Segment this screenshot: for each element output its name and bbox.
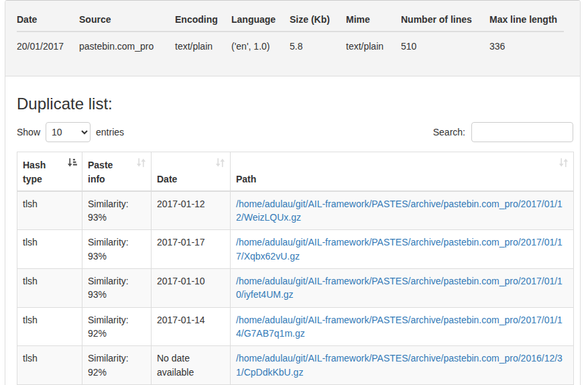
paste-path-link[interactable]: /home/adulau/git/AIL-framework/PASTES/ar… (236, 199, 563, 223)
column-header-paste-info[interactable]: Paste info (82, 152, 152, 191)
column-label: Path (236, 174, 256, 184)
table-row: tlsh Similarity: 93% 2017-01-12 /home/ad… (17, 191, 574, 230)
paste-path-link[interactable]: /home/adulau/git/AIL-framework/PASTES/ar… (236, 315, 563, 339)
meta-value-encoding: text/plain (175, 32, 231, 52)
cell-hash-type: tlsh (17, 191, 82, 230)
table-row: tlsh Similarity: 92% 2017-01-14 /home/ad… (17, 307, 574, 346)
meta-header-mime: Mime (346, 14, 401, 32)
meta-value-maxlen: 336 (489, 32, 564, 52)
paste-path-link[interactable]: /home/adulau/git/AIL-framework/PASTES/ar… (236, 237, 563, 261)
cell-hash-type: tlsh (17, 230, 82, 269)
meta-header-lines: Number of lines (401, 14, 489, 32)
column-header-date[interactable]: Date (152, 152, 231, 191)
paste-details-panel: Date Source Encoding Language Size (Kb) … (5, 0, 581, 385)
sort-both-icon (136, 158, 146, 168)
meta-value-size: 5.8 (290, 32, 346, 52)
cell-path: /home/adulau/git/AIL-framework/PASTES/ar… (231, 346, 574, 385)
column-header-hash-type[interactable]: Hash type (17, 152, 82, 191)
cell-path: /home/adulau/git/AIL-framework/PASTES/ar… (231, 307, 574, 346)
meta-header-date: Date (17, 14, 79, 32)
datatable-controls: Show 10 entries Search: (17, 122, 573, 142)
cell-date: 2017-01-17 (152, 230, 231, 269)
meta-value-row: 20/01/2017 pastebin.com_pro text/plain (… (17, 32, 564, 52)
sort-both-icon (558, 158, 569, 168)
search-input[interactable] (471, 122, 573, 142)
meta-header-maxlen: Max line length (489, 14, 564, 32)
cell-paste-info: Similarity: 93% (82, 191, 152, 230)
paste-path-link[interactable]: /home/adulau/git/AIL-framework/PASTES/ar… (236, 353, 563, 377)
cell-date: No date available (152, 346, 231, 385)
meta-value-lines: 510 (401, 32, 489, 52)
column-header-path[interactable]: Path (231, 152, 574, 191)
page-length-control: Show 10 entries (17, 122, 124, 142)
page-length-select[interactable]: 10 (46, 122, 91, 142)
cell-path: /home/adulau/git/AIL-framework/PASTES/ar… (231, 230, 574, 269)
meta-value-language: ('en', 1.0) (231, 32, 290, 52)
show-label: Show (17, 127, 40, 138)
duplicate-table: Hash type Paste info (17, 152, 574, 385)
cell-paste-info: Similarity: 92% (82, 346, 152, 385)
column-label: Paste info (88, 160, 113, 184)
cell-hash-type: tlsh (17, 269, 82, 308)
column-label: Hash type (23, 160, 46, 184)
meta-header-row: Date Source Encoding Language Size (Kb) … (17, 14, 564, 32)
duplicate-table-header-row: Hash type Paste info (17, 152, 574, 191)
cell-paste-info: Similarity: 93% (82, 269, 152, 308)
paste-metadata-section: Date Source Encoding Language Size (Kb) … (5, 1, 580, 76)
duplicate-list-title: Duplicate list: (17, 95, 569, 113)
paste-path-link[interactable]: /home/adulau/git/AIL-framework/PASTES/ar… (236, 276, 563, 300)
sort-amount-icon (67, 158, 77, 168)
cell-date: 2017-01-10 (152, 269, 231, 308)
meta-value-source: pastebin.com_pro (79, 32, 175, 52)
cell-paste-info: Similarity: 93% (82, 230, 152, 269)
cell-date: 2017-01-14 (152, 307, 231, 346)
cell-hash-type: tlsh (17, 307, 82, 346)
search-control: Search: (433, 122, 573, 142)
meta-header-source: Source (79, 14, 175, 32)
paste-metadata-table: Date Source Encoding Language Size (Kb) … (17, 14, 564, 52)
table-row: tlsh Similarity: 92% No date available /… (17, 346, 574, 385)
duplicate-list-section: Duplicate list: Show 10 entries Search: (5, 95, 580, 385)
search-label: Search: (433, 127, 465, 138)
cell-path: /home/adulau/git/AIL-framework/PASTES/ar… (231, 191, 574, 230)
cell-path: /home/adulau/git/AIL-framework/PASTES/ar… (231, 269, 574, 308)
meta-header-language: Language (231, 14, 290, 32)
table-row: tlsh Similarity: 93% 2017-01-17 /home/ad… (17, 230, 574, 269)
sort-both-icon (215, 158, 225, 168)
column-label: Date (157, 174, 177, 184)
meta-value-mime: text/plain (346, 32, 401, 52)
meta-header-size: Size (Kb) (290, 14, 346, 32)
table-row: tlsh Similarity: 93% 2017-01-10 /home/ad… (17, 269, 574, 308)
meta-header-encoding: Encoding (175, 14, 231, 32)
cell-date: 2017-01-12 (152, 191, 231, 230)
meta-value-date: 20/01/2017 (17, 32, 79, 52)
cell-hash-type: tlsh (17, 346, 82, 385)
entries-label: entries (96, 127, 124, 138)
cell-paste-info: Similarity: 92% (82, 307, 152, 346)
